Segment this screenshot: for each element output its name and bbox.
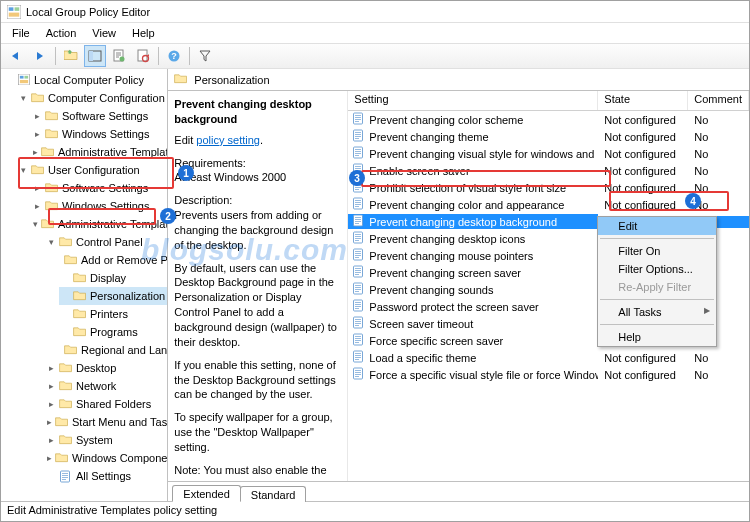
menu-help[interactable]: Help [125, 25, 162, 41]
tree-personalization[interactable]: Personalization [59, 287, 167, 305]
tree-control-panel[interactable]: ▾Control Panel [45, 233, 167, 251]
tree-item[interactable]: ▸Windows Settings [31, 125, 167, 143]
tree-user-config[interactable]: ▾User Configuration [17, 161, 167, 179]
setting-comment: No [688, 114, 749, 126]
description-text: Prevents users from adding or changing t… [174, 208, 339, 253]
setting-name: Force a specific visual style file or fo… [369, 369, 598, 381]
folder-icon [64, 344, 78, 356]
expand-icon[interactable]: ▸ [33, 202, 42, 211]
setting-row[interactable]: Force a specific visual style file or fo… [348, 366, 749, 383]
context-menu[interactable]: Edit Filter On Filter Options... Re-Appl… [597, 216, 717, 347]
tree-item[interactable]: ▸Windows Components [45, 449, 167, 467]
menu-separator [600, 299, 714, 300]
tree-computer-config[interactable]: ▾Computer Configuration [17, 89, 167, 107]
help-button[interactable]: ? [163, 45, 185, 67]
tree-item[interactable]: ▸Start Menu and Taskbar [45, 413, 167, 431]
tree-item[interactable]: ▸Shared Folders [45, 395, 167, 413]
setting-name: Password protect the screen saver [369, 301, 538, 313]
forward-button[interactable] [29, 45, 51, 67]
setting-row[interactable]: Prevent changing color and appearanceNot… [348, 196, 749, 213]
setting-row[interactable]: Prevent changing color schemeNot configu… [348, 111, 749, 128]
setting-name: Screen saver timeout [369, 318, 473, 330]
expand-icon[interactable]: ▸ [47, 400, 56, 409]
folder-icon [45, 200, 59, 212]
status-bar: Edit Administrative Templates policy set… [1, 501, 749, 521]
menu-view[interactable]: View [85, 25, 123, 41]
collapse-icon[interactable]: ▾ [47, 238, 56, 247]
toolbar-separator [158, 47, 159, 65]
edit-policy-link[interactable]: policy setting [196, 134, 260, 146]
scroll-icon [352, 180, 365, 195]
setting-name: Load a specific theme [369, 352, 476, 364]
setting-name: Prevent changing mouse pointers [369, 250, 533, 262]
tree-item[interactable]: Display [59, 269, 167, 287]
tree-item[interactable]: Programs [59, 323, 167, 341]
col-setting[interactable]: Setting [348, 91, 598, 110]
tree-item[interactable]: ▸Administrative Templates [31, 143, 167, 161]
tree-root[interactable]: Local Computer Policy [3, 71, 167, 89]
tree-item[interactable]: ▸Windows Settings [31, 197, 167, 215]
scroll-icon [352, 248, 365, 263]
show-tree-button[interactable] [84, 45, 106, 67]
tree-item[interactable]: Printers [59, 305, 167, 323]
setting-state: Not configured [598, 148, 688, 160]
tree-item[interactable]: Add or Remove Programs [59, 251, 167, 269]
setting-row[interactable]: Prohibit selection of visual style font … [348, 179, 749, 196]
collapse-icon[interactable]: ▾ [33, 220, 38, 229]
properties-button[interactable] [108, 45, 130, 67]
toolbar: ? [1, 43, 749, 69]
tab-extended[interactable]: Extended [172, 485, 240, 502]
expand-icon[interactable]: ▸ [33, 184, 42, 193]
tree-item[interactable]: ▸Desktop [45, 359, 167, 377]
collapse-icon[interactable]: ▾ [19, 94, 28, 103]
setting-row[interactable]: Load a specific themeNot configuredNo [348, 349, 749, 366]
folder-icon [59, 398, 73, 410]
menu-action[interactable]: Action [39, 25, 84, 41]
tree-pane[interactable]: Local Computer Policy ▾Computer Configur… [1, 69, 168, 501]
scroll-icon [352, 333, 365, 348]
filter-button[interactable] [194, 45, 216, 67]
menu-file[interactable]: File [5, 25, 37, 41]
setting-row[interactable]: Prevent changing visual style for window… [348, 145, 749, 162]
scroll-icon [352, 163, 365, 178]
tree-item[interactable]: ▸Software Settings [31, 107, 167, 125]
expand-icon[interactable]: ▸ [47, 418, 52, 427]
col-comment[interactable]: Comment [688, 91, 749, 110]
settings-list[interactable]: Setting State Comment Prevent changing c… [348, 91, 749, 481]
refresh-button[interactable] [132, 45, 154, 67]
expand-icon[interactable]: ▸ [33, 148, 38, 157]
ctx-edit[interactable]: Edit [598, 217, 716, 235]
col-state[interactable]: State [598, 91, 688, 110]
folder-icon [45, 128, 59, 140]
expand-icon[interactable]: ▸ [47, 364, 56, 373]
tab-standard[interactable]: Standard [240, 486, 307, 502]
tree-admin-templates[interactable]: ▾Administrative Templates [31, 215, 167, 233]
up-button[interactable] [60, 45, 82, 67]
ctx-help[interactable]: Help [598, 328, 716, 346]
folder-icon [73, 326, 87, 338]
ctx-filter-on[interactable]: Filter On [598, 242, 716, 260]
collapse-icon[interactable]: ▾ [19, 166, 28, 175]
expand-icon[interactable]: ▸ [33, 130, 42, 139]
setting-row[interactable]: Enable screen saverNot configuredNo [348, 162, 749, 179]
description-text: Note: You must also enable the "Desktop … [174, 463, 339, 481]
setting-title: Prevent changing desktop background [174, 97, 339, 127]
expand-icon[interactable]: ▸ [47, 454, 52, 463]
back-button[interactable] [5, 45, 27, 67]
requirements-label: Requirements: [174, 156, 339, 171]
tree-item[interactable]: ▸Network [45, 377, 167, 395]
setting-state: Not configured [598, 199, 688, 211]
tree-item[interactable]: Regional and Language Options [59, 341, 167, 359]
svg-point-8 [120, 57, 125, 62]
ctx-all-tasks[interactable]: All Tasks [598, 303, 716, 321]
expand-icon[interactable]: ▸ [47, 436, 56, 445]
expand-icon[interactable]: ▸ [47, 382, 56, 391]
tree-all-settings[interactable]: All Settings [45, 467, 167, 485]
setting-row[interactable]: Prevent changing themeNot configuredNo [348, 128, 749, 145]
tree-item[interactable]: ▸System [45, 431, 167, 449]
expand-icon[interactable]: ▸ [33, 112, 42, 121]
ctx-filter-options[interactable]: Filter Options... [598, 260, 716, 278]
tree-item[interactable]: ▸Software Settings [31, 179, 167, 197]
folder-icon [59, 362, 73, 374]
description-text: By default, users can use the Desktop Ba… [174, 261, 339, 350]
